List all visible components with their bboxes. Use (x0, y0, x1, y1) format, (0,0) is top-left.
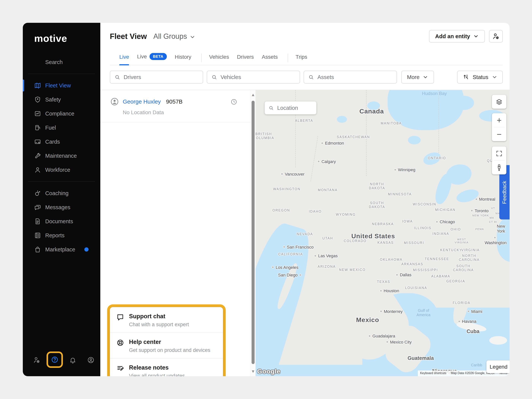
sidebar-item-marketplace[interactable]: Marketplace (23, 242, 100, 256)
group-selector[interactable]: All Groups (153, 32, 195, 40)
drivers-filter[interactable] (110, 71, 203, 84)
zoom-out-button[interactable]: − (492, 127, 506, 141)
scroll-up-arrow[interactable]: ▲ (251, 93, 256, 97)
city-dot (458, 320, 460, 323)
help-menu-item-release-notes[interactable]: Release notesView all product updates (110, 359, 223, 376)
chevron-down-icon (473, 33, 479, 39)
map-label-wyoming: WYOMING (336, 213, 356, 217)
chat-icon (116, 313, 124, 321)
tab-live-beta[interactable]: LiveBETA (137, 53, 167, 65)
map-label-dallas: Dallas (396, 272, 411, 277)
help-menu-item-help-center[interactable]: Help centerGet support on product and de… (110, 333, 223, 359)
sidebar-item-reports[interactable]: Reports (23, 228, 100, 242)
admin-user-settings-button[interactable] (489, 30, 503, 43)
sidebar-item-label: Compliance (45, 111, 74, 117)
map-layers-control (492, 95, 506, 109)
legend-button[interactable]: Legend (486, 361, 510, 373)
driver-name-link[interactable]: George Huxley (123, 98, 161, 105)
tab-separator (288, 54, 288, 62)
tab-assets[interactable]: Assets (262, 54, 278, 65)
lifebuoy-icon (116, 339, 124, 347)
sidebar-item-fuel[interactable]: Fuel (23, 121, 100, 135)
sidebar-item-cards[interactable]: Cards (23, 135, 100, 149)
list-scrollbar[interactable]: ▲ ▼ (250, 90, 256, 376)
map-label-nevada: NEVADA (297, 232, 313, 236)
search-icon (34, 59, 41, 66)
lake-patch (408, 136, 421, 144)
help-button-highlighted[interactable] (51, 356, 58, 364)
sidebar-item-maintenance[interactable]: Maintenance (23, 149, 100, 163)
whistle-icon (34, 190, 41, 197)
location-search-input[interactable] (277, 105, 312, 111)
city-dot (281, 173, 283, 175)
assets-filter[interactable] (304, 71, 397, 84)
map-label-north-dakota: NORTHDAKOTA (369, 182, 385, 190)
tab-label: History (175, 54, 191, 60)
map-label-canada: Canada (360, 108, 384, 115)
profile-icon[interactable] (87, 356, 95, 364)
user-gear-icon[interactable] (33, 356, 40, 364)
city-dot (321, 142, 323, 144)
city-dot (314, 255, 317, 257)
sidebar-item-documents[interactable]: Documents (23, 214, 100, 228)
add-entity-button[interactable]: Add an entity (429, 30, 485, 43)
sort-status-button[interactable]: Status (457, 71, 503, 84)
search-icon (309, 74, 314, 80)
fullscreen-button[interactable] (492, 146, 506, 160)
map-label-iowa: IOWA (402, 219, 413, 223)
map-label-ohio: OHIO (450, 228, 461, 231)
person-icon (34, 166, 41, 173)
user-gear-icon (492, 33, 500, 40)
layers-button[interactable] (492, 95, 506, 109)
zoom-in-button[interactable]: + (492, 113, 506, 127)
map-label-kentucky: KENTUCKY (440, 248, 462, 252)
help-icon[interactable] (51, 361, 58, 364)
vehicles-search-input[interactable] (220, 74, 295, 81)
city-dot (494, 236, 496, 239)
bell-icon[interactable] (69, 356, 76, 364)
map-label-oklahoma: OKLAHOMA (380, 257, 402, 261)
search-icon (269, 105, 273, 111)
tab-trips[interactable]: Trips (296, 54, 307, 65)
vehicle-id: 9057B (166, 98, 183, 105)
map-canvas[interactable]: Hudson BayCanadaALBERTAMANITOBABRITISHCO… (256, 90, 510, 376)
city-dot (475, 198, 477, 200)
vehicles-filter[interactable] (207, 71, 300, 84)
sort-status-label: Status (473, 74, 488, 80)
tab-live[interactable]: Live (119, 54, 129, 65)
sidebar-item-coaching[interactable]: Coaching (23, 186, 100, 200)
wrench-icon (34, 152, 41, 159)
more-filters-button[interactable]: More (401, 71, 434, 84)
map-label-idaho: IDAHO (309, 209, 322, 213)
keyboard-shortcuts-link[interactable]: Keyboard shortcuts (418, 370, 449, 376)
sidebar-item-safety[interactable]: Safety (23, 93, 100, 107)
sidebar-search[interactable]: Search (23, 55, 100, 69)
assets-search-input[interactable] (317, 74, 392, 81)
pegman-button[interactable] (492, 161, 506, 174)
sidebar-item-fleet-view[interactable]: Fleet View (23, 78, 100, 93)
lake-patch (454, 96, 474, 110)
map-label-louisiana: LOUISIANA (405, 286, 427, 290)
scroll-down-arrow[interactable]: ▼ (251, 369, 256, 374)
sidebar-item-messages[interactable]: Messages (23, 200, 100, 214)
sidebar-item-label: Fuel (45, 125, 56, 131)
map-location-search[interactable] (265, 101, 316, 114)
layers-icon (495, 98, 503, 105)
clock-icon (230, 98, 237, 105)
sidebar-item-label: Maintenance (45, 153, 77, 159)
pacific-ocean (256, 219, 319, 376)
tab-drivers[interactable]: Drivers (237, 54, 254, 65)
filter-bar: More Status (100, 65, 510, 90)
chevron-down-icon (492, 74, 497, 80)
tab-history[interactable]: History (175, 54, 191, 65)
map-label-las-vegas: Las Vegas (314, 253, 338, 258)
scrollbar-thumb[interactable] (252, 101, 255, 364)
map-label-saskatchewan: SASKATCHEWAN (337, 135, 370, 139)
sidebar-item-workforce[interactable]: Workforce (23, 163, 100, 177)
list-item[interactable]: George Huxley 9057B No Location Data (100, 90, 256, 122)
drivers-search-input[interactable] (123, 74, 198, 81)
sidebar-item-compliance[interactable]: Compliance (23, 107, 100, 121)
city-dot (317, 160, 320, 163)
help-menu-item-support-chat[interactable]: Support chatChat with a support expert (110, 307, 223, 333)
tab-vehicles[interactable]: Vehicles (209, 54, 229, 65)
